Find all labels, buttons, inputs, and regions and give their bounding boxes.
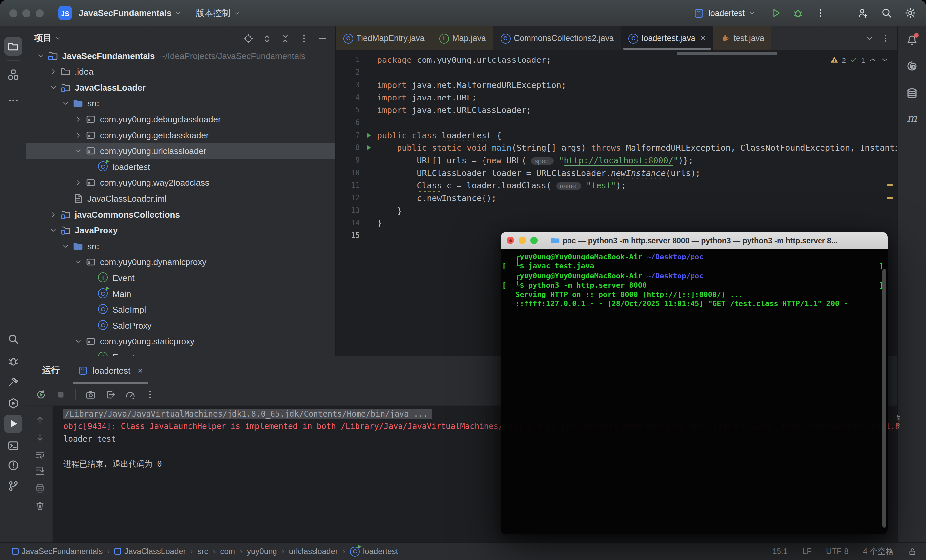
tree-item-JavaClassLoader.iml[interactable]: JavaClassLoader.iml (26, 190, 335, 206)
tool-strip-database-button[interactable] (903, 84, 921, 103)
terminal-window[interactable]: poc — python3 -m http.server 8000 — pyth… (501, 232, 888, 534)
code-line-2[interactable]: 2 (336, 66, 897, 78)
tool-strip-run-button[interactable] (4, 415, 23, 433)
code-line-9[interactable]: 9 URL[] urls = {new URL( spec: "http://l… (336, 154, 897, 167)
tree-item-loadertest[interactable]: Cloadertest (26, 158, 335, 175)
tool-strip-services-button[interactable] (4, 394, 23, 412)
tree-item-JavaSecFundamentals[interactable]: JavaSecFundamentals~/IdeaProjects/JavaSe… (26, 50, 335, 63)
chevron-right-icon[interactable] (73, 114, 83, 124)
tool-strip-build-button[interactable] (4, 373, 23, 391)
run-toolbar-exit-button[interactable] (105, 389, 116, 400)
editor-tab-TiedMapEntry.java[interactable]: CTiedMapEntry.java (336, 26, 432, 50)
tool-strip-more-horizontal-button[interactable] (4, 91, 23, 110)
run-toolbar-camera-button[interactable] (85, 389, 96, 400)
chevron-down-icon[interactable] (48, 82, 58, 92)
console-scroll-end-button[interactable] (32, 463, 48, 478)
minimize-window-icon[interactable] (519, 237, 526, 244)
breadcrumb-loadertest[interactable]: Cloadertest (350, 546, 398, 556)
tree-item-com.yuy0ung.dynamicproxy[interactable]: com.yuy0ung.dynamicproxy (26, 254, 335, 270)
project-panel-more-vertical-button[interactable] (299, 33, 309, 43)
run-toolbar-gauge-button[interactable] (125, 389, 136, 400)
chevron-up-icon[interactable] (869, 56, 877, 64)
code-line-10[interactable]: 10 URLClassLoader loader = URLClassLoade… (336, 167, 897, 179)
tool-strip-ai-assistant-button[interactable] (903, 57, 921, 75)
project-menu[interactable]: JavaSecFundamentals (79, 8, 181, 18)
tree-item-SaleImpl[interactable]: CSaleImpl (26, 302, 335, 317)
unlock-icon[interactable] (908, 547, 917, 556)
close-icon[interactable]: × (701, 34, 706, 42)
tree-item-com.yuy0ung.way2loadclass[interactable]: com.yuy0ung.way2loadclass (26, 175, 335, 190)
code-line-12[interactable]: 12 c.newInstance(); (336, 192, 897, 204)
project-panel-hide-button[interactable] (318, 33, 327, 43)
chevron-right-icon[interactable] (73, 178, 83, 187)
breadcrumb-urlclassloader[interactable]: urlclassloader (289, 547, 338, 556)
code-line-7[interactable]: 7public class loadertest { (336, 129, 897, 142)
tool-strip-search-button[interactable] (4, 330, 23, 349)
tree-item-Main[interactable]: CMain (26, 285, 335, 302)
console-soft-wrap-button[interactable] (32, 446, 48, 462)
status-widget[interactable]: UTF-8 (826, 547, 849, 556)
tool-strip-folder-button[interactable] (4, 37, 23, 56)
run-toolbar-more-vertical-button[interactable] (145, 389, 156, 400)
tool-strip-maven-button[interactable]: m (903, 109, 921, 127)
console-clear-button[interactable] (32, 498, 48, 514)
tree-item-Event[interactable]: IEvent (26, 349, 335, 356)
code-line-4[interactable]: 4import java.net.URL; (336, 91, 897, 104)
breadcrumb-yuy0ung[interactable]: yuy0ung (247, 547, 277, 556)
editor-tab-Map.java[interactable]: IMap.java (432, 26, 493, 50)
tree-item-SaleProxy[interactable]: CSaleProxy (26, 317, 335, 333)
tool-strip-git-button[interactable] (4, 477, 23, 495)
code-line-14[interactable]: 14} (336, 217, 897, 229)
breadcrumb-JavaSecFundamentals[interactable]: JavaSecFundamentals (12, 547, 103, 556)
code-line-8[interactable]: 8 public static void main(String[] args)… (336, 142, 897, 154)
run-tab-loadertest[interactable]: loadertest × (71, 356, 149, 384)
chevron-down-icon[interactable] (73, 146, 83, 156)
chevron-down-icon[interactable] (61, 98, 71, 108)
window-controls[interactable] (9, 9, 44, 17)
console-print-button[interactable] (32, 480, 48, 496)
tab-bar-more-vertical-button[interactable] (881, 33, 890, 43)
add-user-button[interactable] (855, 5, 870, 21)
console-arrow-down-button[interactable] (32, 429, 48, 445)
chevron-down-icon[interactable] (36, 51, 45, 60)
editor-tab-loadertest.java[interactable]: Cloadertest.java× (621, 26, 713, 50)
terminal-window-controls[interactable] (507, 237, 538, 244)
search-everywhere-button[interactable] (878, 5, 894, 21)
tab-bar-chevron-down-button[interactable] (865, 33, 875, 43)
breadcrumb-com[interactable]: com (220, 547, 235, 556)
minimize-window-icon[interactable] (23, 9, 30, 17)
chevron-right-icon[interactable] (48, 209, 58, 219)
run-button[interactable] (767, 5, 783, 21)
editor-tab-test.java[interactable]: test.java (713, 26, 772, 50)
terminal-scrollbar[interactable] (882, 269, 886, 528)
tree-item-com.yuy0ung.getclassloader[interactable]: com.yuy0ung.getclassloader (26, 127, 335, 143)
tool-strip-terminal-button[interactable] (4, 436, 23, 455)
tree-item-com.yuy0ung.debugclassloader[interactable]: com.yuy0ung.debugclassloader (26, 111, 335, 127)
breadcrumb-JavaClassLoader[interactable]: JavaClassLoader (114, 547, 186, 556)
code-line-11[interactable]: 11 Class c = loader.loadClass( name: "te… (336, 179, 897, 192)
inspections-widget[interactable]: 2 1 (830, 56, 889, 64)
editor-tab-CommonsCollections2.java[interactable]: CCommonsCollections2.java (493, 26, 621, 50)
project-panel-collapse-all-button[interactable] (280, 33, 291, 43)
tree-item-com.yuy0ung.staticproxy[interactable]: com.yuy0ung.staticproxy (26, 333, 335, 349)
terminal-content[interactable]: ┌yuy0ung@Yuy0ungdeMacBook-Air ~/Desktop/… (501, 249, 888, 534)
chevron-right-icon[interactable] (73, 130, 83, 140)
tree-item-.idea[interactable]: .idea (26, 63, 335, 79)
tool-strip-notifications-button[interactable] (903, 31, 921, 50)
changed-line-marker[interactable] (887, 184, 893, 186)
chevron-down-icon[interactable] (73, 336, 83, 346)
chevron-down-icon[interactable] (73, 257, 83, 267)
close-icon[interactable]: × (138, 365, 142, 375)
close-window-icon[interactable] (9, 9, 17, 17)
run-toolbar-rerun-button[interactable] (36, 389, 46, 400)
tree-item-Event[interactable]: IEvent (26, 270, 335, 285)
code-line-13[interactable]: 13 } (336, 204, 897, 217)
breadcrumb-src[interactable]: src (198, 547, 208, 556)
tool-strip-debug-button[interactable] (4, 352, 23, 370)
status-widget[interactable]: 15:1 (772, 547, 788, 556)
close-window-icon[interactable] (507, 237, 514, 244)
horizontal-scrollbar[interactable] (676, 51, 777, 55)
code-line-1[interactable]: 1package com.yuy0ung.urlclassloader; (336, 54, 897, 66)
project-panel-title[interactable]: 项目 (35, 32, 62, 44)
tool-strip-structure-button[interactable] (4, 65, 23, 84)
